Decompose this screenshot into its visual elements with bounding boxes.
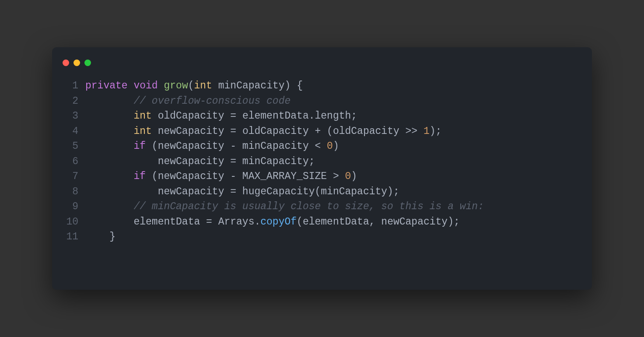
code-block[interactable]: 1private void grow(int minCapacity) {2 /…: [52, 78, 592, 245]
code-token: [85, 126, 133, 137]
code-token: [85, 171, 133, 182]
code-token: minCapacity) {: [212, 80, 303, 91]
code-line: 1private void grow(int minCapacity) {: [52, 78, 592, 94]
code-token: );: [430, 126, 442, 137]
close-icon[interactable]: [63, 60, 69, 66]
code-token: int: [194, 80, 212, 91]
line-number: 10: [52, 214, 85, 230]
line-content: if (newCapacity - MAX_ARRAY_SIZE > 0): [85, 169, 357, 184]
code-line: 2 // overflow-conscious code: [52, 94, 592, 109]
code-line: 11 }: [52, 229, 592, 245]
code-token: newCapacity = oldCapacity + (oldCapacity…: [152, 126, 424, 137]
code-token: elementData = Arrays.: [85, 216, 260, 228]
line-content: private void grow(int minCapacity) {: [85, 78, 303, 94]
code-window: 1private void grow(int minCapacity) {2 /…: [52, 47, 592, 290]
line-content: // overflow-conscious code: [85, 94, 290, 109]
code-line: 9 // minCapacity is usually close to siz…: [52, 199, 592, 214]
code-token: 1: [424, 126, 430, 137]
code-token: (newCapacity - minCapacity <: [146, 140, 327, 152]
code-token: ): [333, 140, 339, 152]
line-number: 3: [52, 109, 85, 124]
minimize-icon[interactable]: [74, 60, 80, 66]
code-line: 3 int oldCapacity = elementData.length;: [52, 109, 592, 124]
code-token: (: [188, 80, 194, 91]
line-number: 1: [52, 78, 85, 94]
code-line: 6 newCapacity = minCapacity;: [52, 154, 592, 169]
line-number: 8: [52, 184, 85, 200]
code-line: 8 newCapacity = hugeCapacity(minCapacity…: [52, 184, 592, 200]
code-token: 0: [327, 140, 333, 152]
code-token: ): [351, 171, 357, 182]
line-number: 9: [52, 199, 85, 214]
code-token: }: [85, 231, 116, 242]
code-line: 7 if (newCapacity - MAX_ARRAY_SIZE > 0): [52, 169, 592, 184]
code-token: copyOf: [260, 216, 297, 228]
zoom-icon[interactable]: [84, 60, 91, 66]
code-token: newCapacity = minCapacity;: [85, 156, 315, 167]
code-token: if: [133, 171, 146, 182]
line-content: elementData = Arrays.copyOf(elementData,…: [85, 214, 460, 230]
code-token: int: [133, 110, 151, 122]
code-line: 4 int newCapacity = oldCapacity + (oldCa…: [52, 124, 592, 139]
code-token: oldCapacity = elementData.length;: [152, 110, 357, 122]
line-content: int newCapacity = oldCapacity + (oldCapa…: [85, 124, 441, 139]
code-token: // minCapacity is usually close to size,…: [133, 201, 484, 212]
line-number: 4: [52, 124, 85, 139]
line-content: newCapacity = minCapacity;: [85, 154, 315, 169]
line-content: // minCapacity is usually close to size,…: [85, 199, 484, 214]
line-content: if (newCapacity - minCapacity < 0): [85, 139, 339, 154]
code-token: [85, 201, 133, 212]
line-number: 6: [52, 154, 85, 169]
code-token: if: [133, 140, 146, 152]
code-token: void: [133, 80, 158, 91]
code-token: int: [133, 126, 151, 137]
line-number: 5: [52, 139, 85, 154]
code-token: [85, 140, 133, 152]
code-token: [85, 110, 133, 122]
code-token: newCapacity = hugeCapacity(minCapacity);: [85, 186, 399, 197]
code-token: [85, 95, 133, 107]
code-token: grow: [164, 80, 188, 91]
code-token: (newCapacity - MAX_ARRAY_SIZE >: [146, 171, 345, 182]
code-line: 10 elementData = Arrays.copyOf(elementDa…: [52, 214, 592, 230]
code-token: private: [85, 80, 128, 91]
line-content: }: [85, 229, 116, 245]
line-number: 11: [52, 229, 85, 245]
line-content: newCapacity = hugeCapacity(minCapacity);: [85, 184, 399, 200]
code-token: [158, 80, 164, 91]
code-line: 5 if (newCapacity - minCapacity < 0): [52, 139, 592, 154]
code-token: (elementData, newCapacity);: [297, 216, 460, 228]
window-titlebar: [52, 58, 592, 78]
line-number: 2: [52, 94, 85, 109]
line-number: 7: [52, 169, 85, 184]
line-content: int oldCapacity = elementData.length;: [85, 109, 357, 124]
code-token: [128, 80, 134, 91]
code-token: 0: [345, 171, 351, 182]
code-token: // overflow-conscious code: [133, 95, 290, 107]
